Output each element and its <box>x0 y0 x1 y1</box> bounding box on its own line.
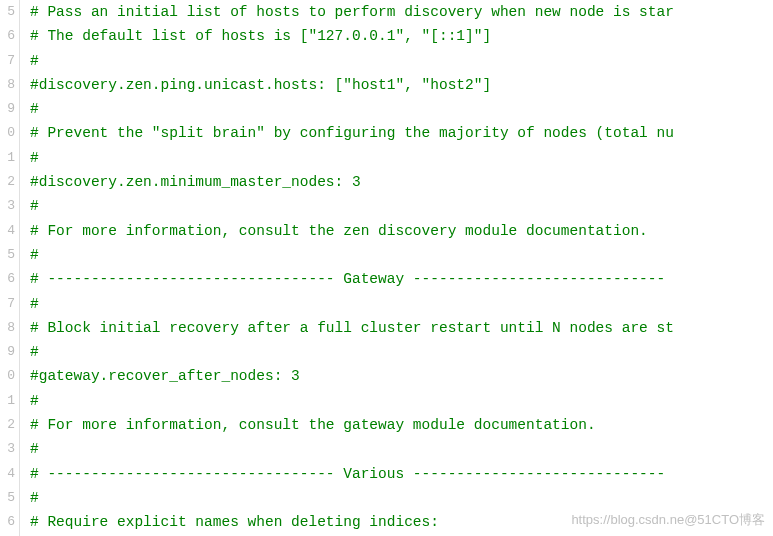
line-number: 8 <box>0 73 15 97</box>
code-line: # --------------------------------- Vari… <box>30 462 773 486</box>
code-line: # The default list of hosts is ["127.0.0… <box>30 24 773 48</box>
code-line: # For more information, consult the gate… <box>30 413 773 437</box>
code-line: # <box>30 486 773 510</box>
code-line: # <box>30 49 773 73</box>
line-number: 1 <box>0 146 15 170</box>
code-line: #discovery.zen.minimum_master_nodes: 3 <box>30 170 773 194</box>
code-line: # <box>30 389 773 413</box>
code-line: # --------------------------------- Gate… <box>30 267 773 291</box>
line-number: 7 <box>0 49 15 73</box>
code-editor: 5 6 7 8 9 0 1 2 3 4 5 6 7 8 9 0 1 2 3 4 … <box>0 0 773 536</box>
line-number: 0 <box>0 121 15 145</box>
line-number: 2 <box>0 170 15 194</box>
code-area[interactable]: # Pass an initial list of hosts to perfo… <box>20 0 773 536</box>
line-number: 5 <box>0 486 15 510</box>
code-line: # Require explicit names when deleting i… <box>30 510 773 534</box>
code-line: # <box>30 97 773 121</box>
line-number: 0 <box>0 364 15 388</box>
code-line: # <box>30 146 773 170</box>
code-line: # <box>30 292 773 316</box>
code-line: # Block initial recovery after a full cl… <box>30 316 773 340</box>
line-number: 1 <box>0 389 15 413</box>
code-line: # <box>30 243 773 267</box>
code-line: #discovery.zen.ping.unicast.hosts: ["hos… <box>30 73 773 97</box>
code-line: # <box>30 340 773 364</box>
line-number: 9 <box>0 340 15 364</box>
line-number: 3 <box>0 194 15 218</box>
line-number: 6 <box>0 510 15 534</box>
line-number: 3 <box>0 437 15 461</box>
code-line: #gateway.recover_after_nodes: 3 <box>30 364 773 388</box>
line-number: 2 <box>0 413 15 437</box>
code-line: # <box>30 437 773 461</box>
line-number-gutter: 5 6 7 8 9 0 1 2 3 4 5 6 7 8 9 0 1 2 3 4 … <box>0 0 20 536</box>
code-line: # Pass an initial list of hosts to perfo… <box>30 0 773 24</box>
line-number: 4 <box>0 219 15 243</box>
code-line: # <box>30 194 773 218</box>
line-number: 5 <box>0 0 15 24</box>
code-line: # For more information, consult the zen … <box>30 219 773 243</box>
line-number: 9 <box>0 97 15 121</box>
line-number: 6 <box>0 267 15 291</box>
line-number: 8 <box>0 316 15 340</box>
line-number: 4 <box>0 462 15 486</box>
line-number: 7 <box>0 292 15 316</box>
code-line: # Prevent the "split brain" by configuri… <box>30 121 773 145</box>
line-number: 5 <box>0 243 15 267</box>
line-number: 6 <box>0 24 15 48</box>
